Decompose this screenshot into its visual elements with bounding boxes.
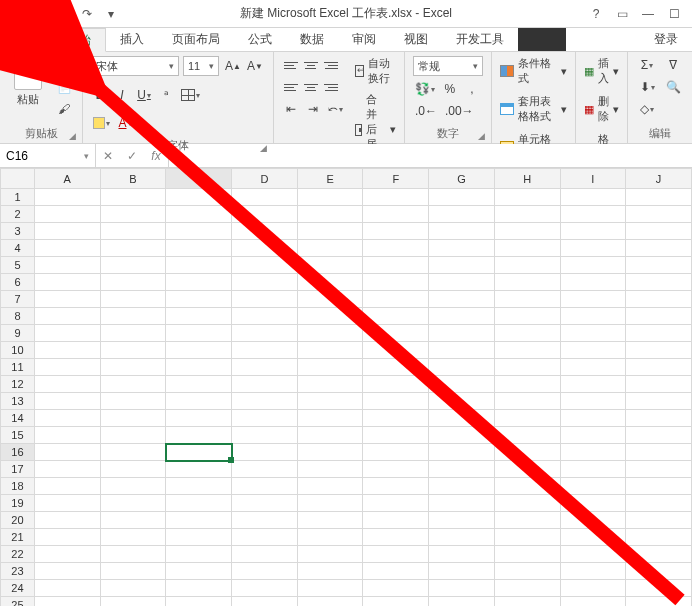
tab-addin[interactable] [518, 28, 566, 51]
borders-button[interactable]: ▾ [179, 86, 202, 104]
tab-view[interactable]: 视图 [390, 28, 442, 51]
cell[interactable] [297, 580, 363, 597]
cell[interactable] [232, 240, 298, 257]
cell[interactable] [232, 308, 298, 325]
dialog-launcher-icon[interactable]: ◢ [478, 131, 485, 141]
sort-filter-icon[interactable]: ᐁ [662, 56, 684, 74]
cell[interactable] [363, 393, 429, 410]
cell[interactable] [626, 597, 692, 607]
cell[interactable] [560, 444, 626, 461]
cell[interactable] [363, 563, 429, 580]
cell[interactable] [34, 478, 100, 495]
find-select-icon[interactable]: 🔍 [662, 78, 684, 96]
cell[interactable] [100, 427, 166, 444]
cell[interactable] [560, 529, 626, 546]
align-right-icon[interactable] [322, 78, 340, 96]
row-header[interactable]: 16 [1, 444, 35, 461]
cell[interactable] [166, 495, 232, 512]
cell[interactable] [363, 546, 429, 563]
cell[interactable] [494, 478, 560, 495]
cell[interactable] [297, 427, 363, 444]
cell[interactable] [34, 240, 100, 257]
cell[interactable] [626, 410, 692, 427]
cell[interactable] [232, 461, 298, 478]
wrap-text-button[interactable]: 自动换行 [355, 56, 396, 86]
cell[interactable] [560, 410, 626, 427]
cell[interactable] [166, 427, 232, 444]
cell[interactable] [494, 393, 560, 410]
cell[interactable] [297, 189, 363, 206]
cell[interactable] [100, 274, 166, 291]
increase-indent-icon[interactable]: ⇥ [304, 100, 322, 118]
row-header[interactable]: 12 [1, 376, 35, 393]
cell[interactable] [100, 393, 166, 410]
cell[interactable] [363, 444, 429, 461]
cell[interactable] [560, 393, 626, 410]
cell[interactable] [232, 427, 298, 444]
cell[interactable] [100, 478, 166, 495]
fill-icon[interactable]: ⬇▾ [636, 78, 658, 96]
cell[interactable] [363, 342, 429, 359]
tab-insert[interactable]: 插入 [106, 28, 158, 51]
column-header[interactable]: E [297, 169, 363, 189]
cell[interactable] [363, 512, 429, 529]
select-all-corner[interactable] [1, 169, 35, 189]
cell[interactable] [560, 342, 626, 359]
cell[interactable] [494, 291, 560, 308]
tab-page-layout[interactable]: 页面布局 [158, 28, 234, 51]
cell[interactable] [297, 308, 363, 325]
align-bottom-icon[interactable] [322, 56, 340, 74]
cell[interactable] [560, 325, 626, 342]
cell[interactable] [363, 359, 429, 376]
cell[interactable] [429, 597, 495, 607]
name-box-input[interactable] [0, 149, 67, 163]
cell[interactable] [363, 291, 429, 308]
cell[interactable] [626, 495, 692, 512]
cell[interactable] [166, 393, 232, 410]
row-header[interactable]: 9 [1, 325, 35, 342]
cell[interactable] [232, 359, 298, 376]
cell[interactable] [560, 597, 626, 607]
column-header[interactable]: F [363, 169, 429, 189]
cell[interactable] [494, 359, 560, 376]
tab-data[interactable]: 数据 [286, 28, 338, 51]
cell[interactable] [429, 427, 495, 444]
cell[interactable] [232, 223, 298, 240]
increase-font-icon[interactable]: A▲ [223, 57, 243, 75]
cell[interactable] [232, 597, 298, 607]
cell[interactable] [429, 223, 495, 240]
cell[interactable] [560, 257, 626, 274]
cell[interactable] [429, 495, 495, 512]
row-header[interactable]: 19 [1, 495, 35, 512]
cell[interactable] [297, 206, 363, 223]
row-header[interactable]: 24 [1, 580, 35, 597]
column-header[interactable]: D [232, 169, 298, 189]
cell[interactable] [363, 274, 429, 291]
row-header[interactable]: 10 [1, 342, 35, 359]
cell[interactable] [429, 308, 495, 325]
tab-home[interactable]: 开始 [52, 28, 106, 52]
cell[interactable] [166, 342, 232, 359]
phonetic-button[interactable]: ᵃ [157, 86, 175, 104]
tab-developer[interactable]: 开发工具 [442, 28, 518, 51]
cell[interactable] [166, 325, 232, 342]
cell[interactable] [166, 308, 232, 325]
cell[interactable] [34, 308, 100, 325]
format-as-table-button[interactable]: 套用表格格式▾ [500, 94, 567, 124]
accounting-format-icon[interactable]: 💱▾ [413, 80, 437, 98]
cell[interactable] [166, 580, 232, 597]
cell[interactable] [100, 342, 166, 359]
row-header[interactable]: 2 [1, 206, 35, 223]
cell[interactable] [34, 495, 100, 512]
cell[interactable] [363, 461, 429, 478]
cell[interactable] [626, 461, 692, 478]
cell[interactable] [626, 189, 692, 206]
cell[interactable] [297, 563, 363, 580]
decrease-decimal-icon[interactable]: .00→ [443, 102, 476, 120]
cell[interactable] [494, 580, 560, 597]
cell[interactable] [560, 274, 626, 291]
cell[interactable] [100, 308, 166, 325]
cell[interactable] [297, 444, 363, 461]
cell[interactable] [363, 580, 429, 597]
cell[interactable] [34, 376, 100, 393]
